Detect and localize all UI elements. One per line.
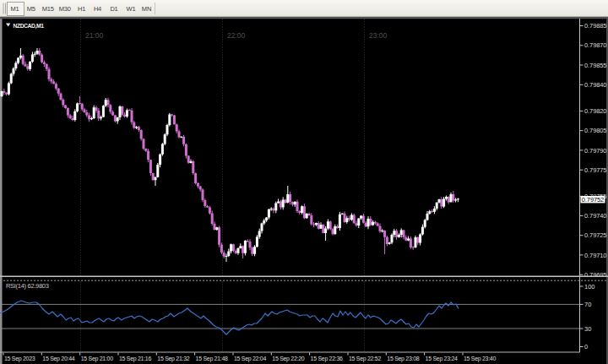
svg-text:D1: D1 [110,5,117,13]
svg-text:30: 30 [584,325,591,333]
svg-text:15 Sep 22:20: 15 Sep 22:20 [272,356,304,362]
svg-text:0.79870: 0.79870 [584,41,606,49]
svg-text:M30: M30 [59,5,71,13]
svg-text:0.79805: 0.79805 [584,127,606,134]
svg-text:M5: M5 [27,5,35,13]
svg-text:15 Sep 22:36: 15 Sep 22:36 [311,356,343,362]
svg-text:15 Sep 21:00: 15 Sep 21:00 [81,356,113,362]
svg-text:MN: MN [142,5,151,13]
svg-text:15 Sep 22:52: 15 Sep 22:52 [349,356,381,362]
svg-text:23:00: 23:00 [369,31,388,40]
svg-text:0.79840: 0.79840 [584,81,606,89]
svg-text:0.79725: 0.79725 [584,231,606,239]
svg-text:22:00: 22:00 [227,31,246,40]
svg-text:W1: W1 [127,5,136,13]
svg-text:15 Sep 22:04: 15 Sep 22:04 [234,356,266,362]
svg-text:0.79752: 0.79752 [582,196,604,204]
svg-text:15 Sep 21:32: 15 Sep 21:32 [157,356,189,362]
svg-text:0.79855: 0.79855 [584,62,606,69]
svg-text:21:00: 21:00 [85,31,104,40]
svg-text:0.79885: 0.79885 [584,22,606,30]
svg-text:0.79820: 0.79820 [584,107,606,115]
svg-text:15 Sep 23:40: 15 Sep 23:40 [464,356,496,362]
svg-text:M15: M15 [42,5,54,13]
svg-text:0.79740: 0.79740 [584,212,606,220]
svg-text:0.79775: 0.79775 [584,166,606,174]
svg-text:100: 100 [584,283,595,291]
svg-text:0.79695: 0.79695 [584,271,606,279]
svg-text:0.79710: 0.79710 [584,252,606,259]
svg-text:H1: H1 [78,5,85,13]
svg-text:RSI(14) 62.9803: RSI(14) 62.9803 [6,282,49,290]
svg-text:15 Sep 2023: 15 Sep 2023 [4,356,35,362]
svg-text:70: 70 [584,301,591,308]
svg-text:15 Sep 23:24: 15 Sep 23:24 [426,356,458,362]
svg-text:0: 0 [584,343,588,350]
svg-text:M1: M1 [10,5,19,13]
svg-text:15 Sep 21:48: 15 Sep 21:48 [196,356,228,362]
svg-text:15 Sep 21:16: 15 Sep 21:16 [119,356,151,362]
svg-text:0.79790: 0.79790 [584,147,606,155]
svg-text:H4: H4 [94,5,101,13]
svg-text:15 Sep 20:44: 15 Sep 20:44 [42,356,74,362]
svg-text:15 Sep 23:08: 15 Sep 23:08 [387,356,419,362]
svg-text:NZDCAD,M1: NZDCAD,M1 [14,23,45,30]
